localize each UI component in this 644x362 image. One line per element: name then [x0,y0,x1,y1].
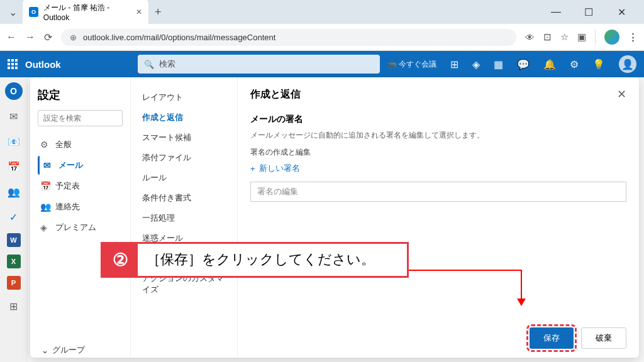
browser-tab[interactable]: O メール - 笛摩 祐浩 - Outlook ✕ [23,0,148,26]
main-area: O ✉ 📧 📅 👥 ✓ W X P ⊞ 設定 ⚙全般 ✉メール 📅予定表 👥連絡… [0,77,644,362]
outlook-brand[interactable]: Outlook [25,59,61,70]
gear-icon: ⚙ [40,140,50,150]
close-dialog-button[interactable]: ✕ [617,87,626,101]
chevron-down-icon: ⌄ [42,346,48,355]
signature-section-title: メールの署名 [250,114,626,125]
mail-icon: ✉ [43,160,53,170]
group-row[interactable]: ⌄ グループ [31,338,95,362]
people-icon: 👥 [40,202,50,212]
close-window-button[interactable]: ✕ [610,6,633,18]
minimize-button[interactable]: — [545,6,567,18]
nav-contacts[interactable]: 👥連絡先 [38,197,123,216]
forward-button[interactable]: → [25,31,35,43]
new-signature-link[interactable]: + 新しい署名 [250,163,626,174]
mail-icon[interactable]: 📧 [5,133,23,150]
user-avatar[interactable]: 👤 [619,55,636,73]
rect-icon[interactable]: ▣ [577,31,586,43]
search-input[interactable]: 🔍 検索 [138,55,380,74]
ppt-icon[interactable]: P [7,276,21,290]
right-title: 作成と返信 [250,88,301,101]
meet-now[interactable]: 📹 今すぐ会議 [387,59,436,70]
settings-right-panel: 作成と返信 ✕ メールの署名 メールメッセージに自動的に追加される署名を編集して… [238,77,639,358]
word-icon[interactable]: W [7,233,21,247]
new-tab-button[interactable]: + [148,6,168,19]
excel-icon[interactable]: X [7,255,21,268]
annotation-arrow-line [409,270,522,271]
plus-icon: + [250,164,255,173]
signature-create-label: 署名の作成と編集 [250,147,626,158]
gear-icon[interactable]: ⚙ [570,58,579,70]
profile-avatar[interactable] [604,30,619,45]
middle-rules[interactable]: ルール [136,168,232,188]
annotation-number: ② [103,244,138,276]
settings-middle-panel: レイアウト 作成と返信 スマート候補 添付ファイル ルール 条件付き書式 一括処… [131,77,238,358]
nav-bar: ← → ⟳ ⊕ outlook.live.com/mail/0/options/… [0,24,644,50]
middle-sweep[interactable]: 一括処理 [136,208,232,228]
diamond-icon: ◈ [40,222,50,233]
search-placeholder: 検索 [159,58,175,70]
nav-premium[interactable]: ◈プレミアム [38,218,123,237]
eye-icon[interactable]: 👁 [525,32,535,43]
back-button[interactable]: ← [6,31,16,43]
bookmark-icon[interactable]: ☆ [560,31,569,43]
nav-calendar[interactable]: 📅予定表 [38,177,123,195]
outlook-favicon: O [29,7,38,17]
settings-search-input[interactable] [38,110,123,126]
calendar-icon[interactable]: 📅 [5,158,23,175]
grid-icon[interactable]: ▦ [494,58,503,70]
calendar-icon: 📅 [40,181,50,191]
middle-conditional[interactable]: 条件付き書式 [136,188,232,208]
outlook-header: Outlook 🔍 検索 📹 今すぐ会議 ⊞ ◈ ▦ 💬 🔔 ⚙ 💡 👤 [0,51,644,77]
apps-icon[interactable]: ⊞ [5,297,23,315]
settings-nav: ⚙全般 ✉メール 📅予定表 👥連絡先 ◈プレミアム [38,135,123,237]
window-controls: — ☐ ✕ [545,6,639,18]
settings-title: 設定 [38,87,123,102]
tab-dropdown[interactable]: ⌄ [5,4,20,19]
people-icon[interactable]: 👥 [5,183,23,200]
close-icon[interactable]: ✕ [136,8,142,16]
tab-bar: ⌄ O メール - 笛摩 祐浩 - Outlook ✕ + — ☐ ✕ [0,0,644,24]
reload-button[interactable]: ⟳ [44,31,52,43]
annotation-text: ［保存］をクリックしてください。 [138,244,384,276]
annotation-box: ② ［保存］をクリックしてください。 [101,242,409,278]
mail-unread-icon[interactable]: ✉ [5,107,23,125]
browser-chrome: ⌄ O メール - 笛摩 祐浩 - Outlook ✕ + — ☐ ✕ ← → … [0,0,644,51]
nav-right-actions: 👁 ⊡ ☆ ▣ ⋮ [525,30,638,45]
signature-section-desc: メールメッセージに自動的に追加される署名を編集して選択します。 [250,130,626,141]
middle-compose[interactable]: 作成と返信 [136,107,232,128]
url-text: outlook.live.com/mail/0/options/mail/mes… [83,33,275,42]
diamond-icon[interactable]: ◈ [472,58,480,70]
nav-mail[interactable]: ✉メール [38,156,123,175]
extensions-icon[interactable]: ⊡ [543,31,552,43]
divider [595,30,596,45]
outlook-logo-icon[interactable]: O [5,82,23,100]
discard-button[interactable]: 破棄 [581,327,626,349]
signature-name-input[interactable]: 署名の編集 [250,182,626,202]
middle-attachments[interactable]: 添付ファイル [136,148,232,168]
annotation-overlay: ② ［保存］をクリックしてください。 [101,242,409,278]
maximize-button[interactable]: ☐ [577,6,600,18]
annotation-arrow-line [521,270,522,301]
settings-dialog: 設定 ⚙全般 ✉メール 📅予定表 👥連絡先 ◈プレミアム レイアウト 作成と返信… [30,77,639,358]
teams-icon[interactable]: ⊞ [450,58,458,70]
url-bar[interactable]: ⊕ outlook.live.com/mail/0/options/mail/m… [61,29,516,46]
app-rail: O ✉ 📧 📅 👥 ✓ W X P ⊞ [0,77,28,362]
middle-layout[interactable]: レイアウト [136,87,232,107]
middle-smart[interactable]: スマート候補 [136,128,232,148]
search-icon: 🔍 [144,60,154,69]
app-launcher-icon[interactable] [8,59,18,69]
tab-title: メール - 笛摩 祐浩 - Outlook [43,3,131,22]
tips-icon[interactable]: 💡 [592,58,605,70]
browser-menu[interactable]: ⋮ [628,31,638,43]
settings-left-panel: 設定 ⚙全般 ✉メール 📅予定表 👥連絡先 ◈プレミアム [30,77,131,358]
chat-icon[interactable]: 💬 [517,58,530,70]
header-actions: 📹 今すぐ会議 ⊞ ◈ ▦ 💬 🔔 ⚙ 💡 👤 [387,55,636,73]
nav-general[interactable]: ⚙全般 [38,135,123,154]
todo-icon[interactable]: ✓ [5,208,23,226]
dialog-footer: 保存 破棄 [530,327,626,349]
right-header: 作成と返信 ✕ [250,87,626,101]
save-button[interactable]: 保存 [530,327,574,349]
site-info-icon[interactable]: ⊕ [70,33,77,42]
annotation-arrow-head [517,299,526,306]
bell-icon[interactable]: 🔔 [543,58,556,70]
